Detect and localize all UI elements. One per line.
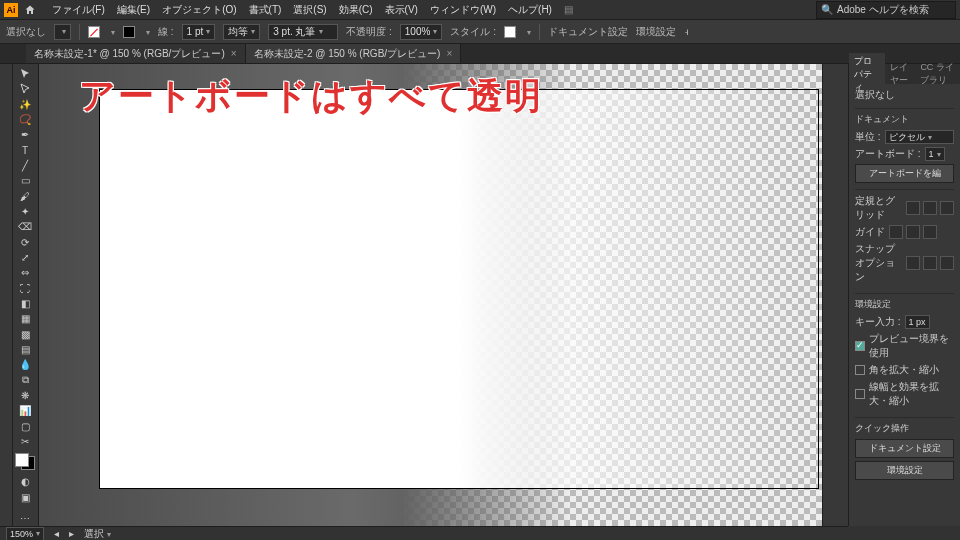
menu-type[interactable]: 書式(T) xyxy=(243,1,288,19)
blend-tool-icon[interactable]: ⧉ xyxy=(13,373,37,388)
color-mode-icon[interactable]: ◐ xyxy=(13,474,37,489)
document-tab-1[interactable]: 名称未設定-1* @ 150 % (RGB/プレビュー) × xyxy=(26,44,246,63)
stroke-label: 線 : xyxy=(158,25,174,39)
edit-artboards-button[interactable]: アートボードを編 xyxy=(855,164,954,183)
help-search-input[interactable]: 🔍 Adobe ヘルプを検索 xyxy=(816,1,956,19)
free-transform-icon[interactable]: ⛶ xyxy=(13,281,37,296)
color-picker[interactable] xyxy=(15,453,35,470)
status-bar: 150% ◂ ▸ 選択 xyxy=(0,526,848,540)
opacity-input[interactable]: 100% xyxy=(400,24,443,40)
selection-dropdown[interactable] xyxy=(54,24,71,40)
scale-corners-checkbox[interactable] xyxy=(855,365,865,375)
graph-tool-icon[interactable]: 📊 xyxy=(13,403,37,418)
status-mode[interactable]: 選択 xyxy=(84,527,111,541)
menu-help[interactable]: ヘルプ(H) xyxy=(502,1,558,19)
fill-dropdown[interactable] xyxy=(108,26,115,37)
smart-guides-icon[interactable] xyxy=(923,225,937,239)
quick-env-setup-button[interactable]: 環境設定 xyxy=(855,461,954,480)
symbol-tool-icon[interactable]: ❋ xyxy=(13,388,37,403)
style-swatch[interactable] xyxy=(504,26,516,38)
env-setup-link[interactable]: 環境設定 xyxy=(636,25,676,39)
slice-tool-icon[interactable]: ✂ xyxy=(13,434,37,449)
unit-label: 単位 : xyxy=(855,130,881,144)
stroke-dropdown[interactable] xyxy=(143,26,150,37)
artboard[interactable] xyxy=(99,89,819,489)
snap-point-icon[interactable] xyxy=(906,256,920,270)
key-input-field[interactable]: 1 px xyxy=(905,315,930,329)
rect-tool-icon[interactable]: ▭ xyxy=(13,173,37,188)
snap-label: スナップオプション xyxy=(855,242,902,284)
menu-view[interactable]: 表示(V) xyxy=(379,1,424,19)
cb3-label: 線幅と効果を拡大・縮小 xyxy=(869,380,954,408)
width-tool-icon[interactable]: ⇔ xyxy=(13,265,37,280)
canvas[interactable]: アートボードはすべて透明 xyxy=(39,64,822,526)
gradient-tool-icon[interactable]: ▤ xyxy=(13,342,37,357)
quick-doc-setup-button[interactable]: ドキュメント設定 xyxy=(855,439,954,458)
wand-tool-icon[interactable]: ✨ xyxy=(13,97,37,112)
menu-select[interactable]: 選択(S) xyxy=(287,1,332,19)
eyedropper-tool-icon[interactable]: 💧 xyxy=(13,357,37,372)
guides-show-icon[interactable] xyxy=(889,225,903,239)
scale-tool-icon[interactable]: ⤢ xyxy=(13,250,37,265)
shaper-tool-icon[interactable]: ✦ xyxy=(13,204,37,219)
screen-mode-icon[interactable]: ▣ xyxy=(13,490,37,505)
zoom-select[interactable]: 150% xyxy=(6,527,44,541)
fg-color-swatch[interactable] xyxy=(15,453,29,467)
cb2-label: 角を拡大・縮小 xyxy=(869,363,939,377)
menu-edit[interactable]: 編集(E) xyxy=(111,1,156,19)
style-dropdown[interactable] xyxy=(524,26,531,37)
stroke-width-input[interactable]: 1 pt xyxy=(182,24,216,40)
grid-icon[interactable] xyxy=(923,201,937,215)
snap-grid-icon[interactable] xyxy=(923,256,937,270)
stroke-swatch[interactable] xyxy=(123,26,135,38)
nav-prev-icon[interactable]: ◂ xyxy=(54,528,59,539)
doc-section-header: ドキュメント xyxy=(855,113,954,126)
transparency-grid-icon[interactable] xyxy=(940,201,954,215)
menu-file[interactable]: ファイル(F) xyxy=(46,1,111,19)
artboard-select[interactable]: 1 xyxy=(925,147,945,161)
key-input-label: キー入力 : xyxy=(855,315,901,329)
guides-lock-icon[interactable] xyxy=(906,225,920,239)
close-icon[interactable]: × xyxy=(446,48,452,59)
menu-object[interactable]: オブジェクト(O) xyxy=(156,1,242,19)
stroke-uniform[interactable]: 均等 xyxy=(223,24,260,40)
align-icon[interactable]: ⫞ xyxy=(684,26,689,37)
opacity-label: 不透明度 : xyxy=(346,25,392,39)
brush-preset[interactable]: 3 pt. 丸筆 xyxy=(268,24,338,40)
unit-select[interactable]: ピクセル xyxy=(885,130,954,144)
selection-tool-icon[interactable] xyxy=(13,66,37,81)
line-tool-icon[interactable]: ╱ xyxy=(13,158,37,173)
eraser-tool-icon[interactable]: ⌫ xyxy=(13,219,37,234)
pen-tool-icon[interactable]: ✒ xyxy=(13,127,37,142)
doc-setup-link[interactable]: ドキュメント設定 xyxy=(548,25,628,39)
menubar: Ai ファイル(F) 編集(E) オブジェクト(O) 書式(T) 選択(S) 効… xyxy=(0,0,960,20)
snap-pixel-icon[interactable] xyxy=(940,256,954,270)
direct-select-tool-icon[interactable] xyxy=(13,81,37,96)
tab-label: 名称未設定-1* @ 150 % (RGB/プレビュー) xyxy=(34,47,225,61)
scale-strokes-checkbox[interactable] xyxy=(855,389,865,399)
search-placeholder: Adobe ヘルプを検索 xyxy=(837,3,929,17)
artboard-label: アートボード : xyxy=(855,147,921,161)
menu-window[interactable]: ウィンドウ(W) xyxy=(424,1,502,19)
mesh-tool-icon[interactable]: ▩ xyxy=(13,327,37,342)
shape-builder-icon[interactable]: ◧ xyxy=(13,296,37,311)
rotate-tool-icon[interactable]: ⟳ xyxy=(13,235,37,250)
nav-next-icon[interactable]: ▸ xyxy=(69,528,74,539)
menu-effect[interactable]: 効果(C) xyxy=(333,1,379,19)
document-tab-2[interactable]: 名称未設定-2 @ 150 % (RGB/プレビュー) × xyxy=(246,44,462,63)
collapse-icon[interactable]: ▤ xyxy=(564,4,573,15)
brush-tool-icon[interactable]: 🖌 xyxy=(13,189,37,204)
lasso-tool-icon[interactable]: 📿 xyxy=(13,112,37,127)
right-dock-strip xyxy=(822,64,848,526)
artboard-tool-icon[interactable]: ▢ xyxy=(13,419,37,434)
type-tool-icon[interactable]: T xyxy=(13,143,37,158)
toolbox-strip-left xyxy=(0,64,13,526)
edit-toolbar-icon[interactable]: ⋯ xyxy=(13,511,37,526)
app-logo-icon: Ai xyxy=(4,3,18,17)
home-icon[interactable] xyxy=(24,4,36,16)
fill-swatch[interactable] xyxy=(88,26,100,38)
close-icon[interactable]: × xyxy=(231,48,237,59)
use-preview-bounds-checkbox[interactable] xyxy=(855,341,865,351)
ruler-icon[interactable] xyxy=(906,201,920,215)
perspective-icon[interactable]: ▦ xyxy=(13,311,37,326)
